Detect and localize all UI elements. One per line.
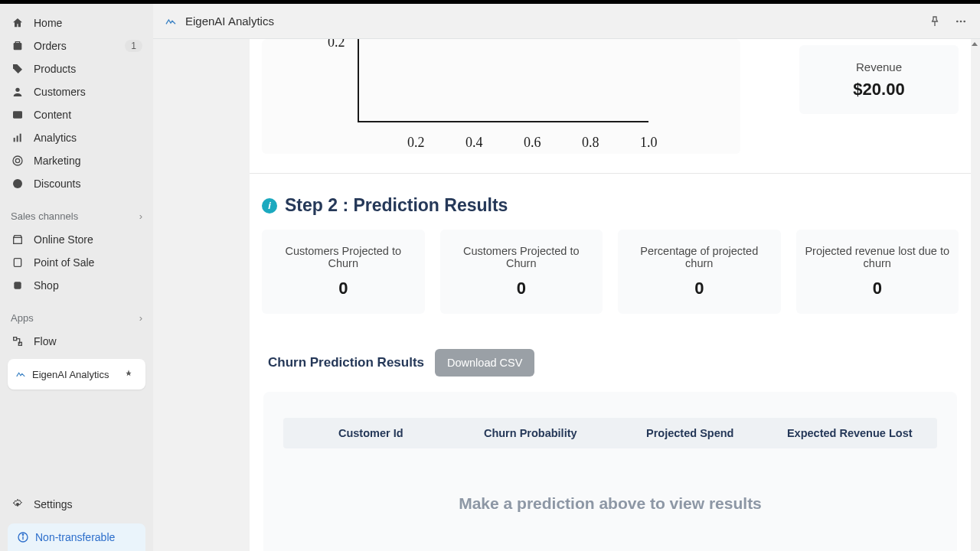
revenue-card: Revenue $20.00 <box>799 45 959 114</box>
marketing-icon <box>11 154 24 168</box>
sidebar-item-label: Analytics <box>34 132 77 144</box>
home-icon <box>11 16 24 30</box>
svg-rect-12 <box>14 337 17 341</box>
sidebar-item-label: Flow <box>34 335 57 347</box>
step2-header: i Step 2 : Prediction Results <box>250 174 971 230</box>
nontransferable-banner[interactable]: Non-transferable <box>8 523 145 551</box>
discounts-icon <box>11 177 24 191</box>
svg-rect-0 <box>14 43 22 50</box>
app-logo-icon <box>15 369 26 380</box>
metric-value: 0 <box>338 279 348 298</box>
info-icon: i <box>262 198 277 214</box>
content-icon <box>11 108 24 122</box>
table-col-customer-id: Customer Id <box>291 427 451 439</box>
svg-point-21 <box>963 20 965 22</box>
svg-rect-4 <box>17 135 18 142</box>
svg-point-17 <box>22 534 23 535</box>
metric-label: Customers Projected to Churn <box>270 245 417 269</box>
sidebar-item-analytics[interactable]: Analytics <box>0 126 153 149</box>
active-app-pill[interactable]: EigenAI Analytics <box>8 359 145 390</box>
sidebar-item-label: Home <box>34 17 62 29</box>
sidebar: Home Orders 1 Products Customers Content… <box>0 4 153 551</box>
sidebar-item-orders[interactable]: Orders 1 <box>0 34 153 57</box>
sidebar-item-settings[interactable]: Settings <box>0 493 153 516</box>
sidebar-item-label: Point of Sale <box>34 256 94 269</box>
sidebar-item-label: Shop <box>34 279 59 292</box>
page-title: EigenAI Analytics <box>185 15 274 28</box>
sidebar-item-customers[interactable]: Customers <box>0 80 153 103</box>
sidebar-item-label: Settings <box>34 498 73 510</box>
svg-point-1 <box>15 88 19 92</box>
svg-point-20 <box>960 20 962 22</box>
chart-x-tick: 0.6 <box>524 135 541 151</box>
metric-value: 0 <box>694 279 704 298</box>
svg-rect-2 <box>13 111 22 118</box>
sidebar-item-pos[interactable]: Point of Sale <box>0 251 153 274</box>
download-csv-button[interactable]: Download CSV <box>435 349 534 377</box>
sidebar-item-content[interactable]: Content <box>0 103 153 126</box>
chart-card: 0.2 0.2 0.4 0.6 0.8 1.0 <box>262 39 740 154</box>
table-header: Customer Id Churn Probability Projected … <box>283 418 937 448</box>
metric-label: Percentage of projected churn <box>626 245 773 269</box>
main-area: EigenAI Analytics 0.2 0.2 0.4 0. <box>153 4 980 551</box>
chart-x-tick: 0.8 <box>582 135 599 151</box>
analytics-icon <box>11 131 24 145</box>
apps-label: Apps <box>11 312 34 324</box>
svg-point-6 <box>13 156 22 165</box>
metric-card-revenue-lost: Projected revenue lost due to churn 0 <box>796 230 959 314</box>
customers-icon <box>11 85 24 99</box>
revenue-value: $20.00 <box>853 80 904 99</box>
gear-icon <box>11 497 24 511</box>
svg-point-19 <box>956 20 959 22</box>
sidebar-item-label: Online Store <box>34 233 93 246</box>
sales-channels-header[interactable]: Sales channels › <box>0 204 153 228</box>
orders-badge: 1 <box>125 40 142 52</box>
results-header: Churn Prediction Results Download CSV <box>250 314 971 392</box>
sidebar-item-home[interactable]: Home <box>0 11 153 34</box>
active-app-label: EigenAI Analytics <box>32 369 109 380</box>
sidebar-item-shop[interactable]: Shop <box>0 274 153 297</box>
sidebar-item-label: Discounts <box>34 178 80 190</box>
metric-card-percentage-churn: Percentage of projected churn 0 <box>618 230 781 314</box>
empty-state-message: Make a prediction above to view results <box>283 448 937 520</box>
sidebar-item-flow[interactable]: Flow <box>0 330 153 353</box>
sidebar-item-label: Products <box>34 63 76 75</box>
svg-rect-10 <box>14 259 21 267</box>
sales-channels-label: Sales channels <box>11 210 78 222</box>
content: 0.2 0.2 0.4 0.6 0.8 1.0 Revenue $20.00 <box>250 39 971 551</box>
orders-icon <box>11 39 24 53</box>
chart-x-tick: 0.4 <box>466 135 483 151</box>
pin-icon[interactable] <box>119 365 138 383</box>
shop-icon <box>11 279 24 292</box>
chart-area: 0.2 0.2 0.4 0.6 0.8 1.0 Revenue $20.00 <box>262 39 959 154</box>
chart-x-tick: 0.2 <box>407 135 425 151</box>
chart-x-axis <box>358 121 648 122</box>
metric-label: Projected revenue lost due to churn <box>804 245 952 269</box>
sidebar-item-marketing[interactable]: Marketing <box>0 149 153 172</box>
metrics-row: Customers Projected to Churn 0 Customers… <box>250 230 971 314</box>
apps-header[interactable]: Apps › <box>0 306 153 330</box>
nontransferable-label: Non-transferable <box>35 531 115 543</box>
svg-point-8 <box>13 179 22 188</box>
sidebar-item-label: Content <box>34 109 71 121</box>
svg-rect-9 <box>14 237 22 243</box>
sidebar-item-online-store[interactable]: Online Store <box>0 228 153 251</box>
sidebar-item-products[interactable]: Products <box>0 57 153 80</box>
app-logo-icon <box>164 15 178 28</box>
scrollbar[interactable] <box>969 39 980 551</box>
info-circle-icon <box>17 531 29 543</box>
pin-button[interactable] <box>926 13 943 30</box>
sidebar-item-label: Marketing <box>34 155 80 167</box>
flow-icon <box>11 334 24 348</box>
chart-x-tick: 1.0 <box>640 135 658 151</box>
scroll-up-icon <box>972 42 978 46</box>
sidebar-item-discounts[interactable]: Discounts <box>0 172 153 195</box>
sidebar-item-label: Customers <box>34 86 86 98</box>
results-table-card: Customer Id Churn Probability Projected … <box>263 392 957 551</box>
more-menu-button[interactable] <box>952 13 969 30</box>
metric-card-customers-churn-2: Customers Projected to Churn 0 <box>440 230 603 314</box>
step2-title: Step 2 : Prediction Results <box>285 195 508 216</box>
pos-icon <box>11 256 24 269</box>
metric-card-customers-churn-1: Customers Projected to Churn 0 <box>262 230 425 314</box>
table-col-expected-lost: Expected Revenue Lost <box>770 427 930 439</box>
